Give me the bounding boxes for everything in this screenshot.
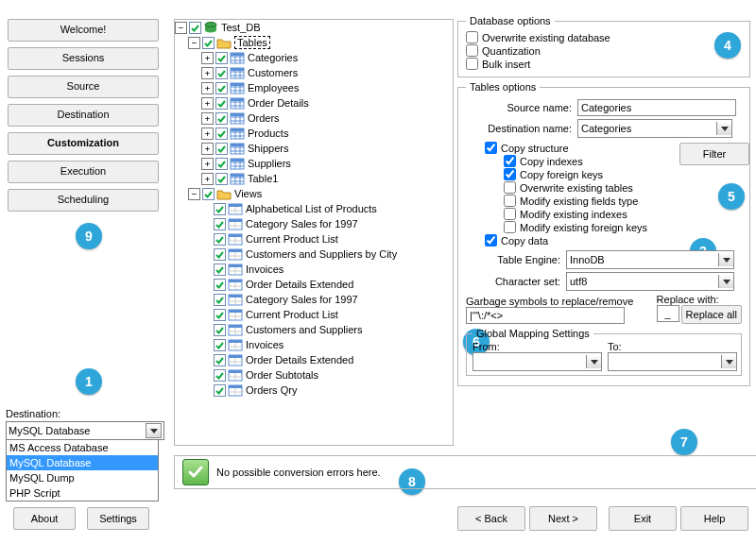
expand-icon[interactable]: + xyxy=(201,97,214,110)
checkbox-icon[interactable] xyxy=(215,173,228,185)
tree-item[interactable]: Customers and Suppliers xyxy=(175,322,453,337)
tree-item[interactable]: +Products xyxy=(175,126,453,141)
checkbox-icon[interactable] xyxy=(214,309,226,321)
nav-execution[interactable]: Execution xyxy=(8,161,159,183)
tree-item[interactable]: Alphabetical List of Products xyxy=(175,201,453,216)
settings-button[interactable]: Settings xyxy=(87,507,149,530)
checkbox-icon[interactable] xyxy=(215,158,228,170)
tree-item[interactable]: Invoices xyxy=(175,337,453,352)
tree-item[interactable]: +Customers xyxy=(175,65,453,80)
copy-fk-checkbox[interactable]: Copy foreign keys xyxy=(504,168,679,180)
destination-select[interactable]: MySQL Database xyxy=(6,421,164,440)
checkbox-icon[interactable] xyxy=(215,112,228,125)
checkbox-icon[interactable] xyxy=(215,143,228,155)
checkbox-icon[interactable] xyxy=(214,324,226,336)
checkbox-icon[interactable] xyxy=(215,67,228,79)
overwrite-db-checkbox[interactable]: Overwrite existing database xyxy=(466,31,742,43)
expand-icon[interactable]: + xyxy=(201,143,214,155)
destination-option[interactable]: PHP Script xyxy=(7,485,158,501)
checkbox-icon[interactable] xyxy=(214,294,226,306)
filter-button[interactable]: Filter xyxy=(679,143,749,165)
mapping-to-combo[interactable] xyxy=(608,352,737,371)
tree-item[interactable]: +Orders xyxy=(175,110,453,126)
checkbox-icon[interactable] xyxy=(214,354,226,366)
tree-item[interactable]: +Categories xyxy=(175,50,453,65)
checkbox-icon[interactable] xyxy=(214,233,226,246)
quantization-checkbox[interactable]: Quantization xyxy=(466,44,742,57)
checkbox-icon[interactable] xyxy=(214,264,226,276)
nav-destination[interactable]: Destination xyxy=(8,104,159,127)
source-name-input[interactable] xyxy=(577,99,736,116)
tree-item[interactable]: +Order Details xyxy=(175,95,453,110)
checkbox-icon[interactable] xyxy=(214,203,226,215)
tree-item[interactable]: Category Sales for 1997 xyxy=(175,292,453,307)
expand-icon[interactable]: + xyxy=(201,112,214,125)
nav-customization[interactable]: Customization xyxy=(8,132,159,155)
tree-item[interactable]: Current Product List xyxy=(175,231,453,246)
tree-item[interactable]: +Table1 xyxy=(175,171,453,186)
checkbox-icon[interactable] xyxy=(214,369,226,382)
garbage-symbols-input[interactable] xyxy=(466,307,625,324)
checkbox-icon[interactable] xyxy=(215,128,228,140)
checkbox-icon[interactable] xyxy=(214,218,226,230)
destination-option[interactable]: MS Access Database xyxy=(7,440,158,455)
destination-name-combo[interactable]: Categories xyxy=(577,119,732,138)
expand-icon[interactable]: + xyxy=(201,128,214,140)
tree-item[interactable]: Order Details Extended xyxy=(175,277,453,292)
modify-indexes-checkbox[interactable]: Modify existing indexes xyxy=(504,208,679,220)
bulk-insert-checkbox[interactable]: Bulk insert xyxy=(466,58,742,70)
expand-icon[interactable]: + xyxy=(201,158,214,170)
nav-source[interactable]: Source xyxy=(8,76,159,98)
overwrite-tables-checkbox[interactable]: Overwrite existing tables xyxy=(504,181,679,194)
nav-welcome[interactable]: Welcome! xyxy=(8,19,159,42)
checkbox-icon[interactable] xyxy=(215,52,228,64)
modify-fk-checkbox[interactable]: Modify existing foreign keys xyxy=(504,221,679,233)
object-tree[interactable]: − Test_DB − Tables +Categories+Customers… xyxy=(174,19,454,446)
nav-sessions[interactable]: Sessions xyxy=(8,47,159,70)
tree-item[interactable]: Order Details Extended xyxy=(175,352,453,367)
tree-item[interactable]: Orders Qry xyxy=(175,382,453,398)
checkbox-icon[interactable] xyxy=(214,279,226,291)
checkbox-icon[interactable] xyxy=(202,37,215,49)
tree-item[interactable]: +Suppliers xyxy=(175,156,453,171)
modify-fields-checkbox[interactable]: Modify existing fields type xyxy=(504,195,679,207)
about-button[interactable]: About xyxy=(13,507,76,530)
checkbox-icon[interactable] xyxy=(189,22,201,34)
replace-with-input[interactable] xyxy=(657,305,679,322)
next-button[interactable]: Next > xyxy=(529,506,597,531)
copy-structure-checkbox[interactable]: Copy structure xyxy=(485,142,679,154)
checkbox-icon[interactable] xyxy=(214,248,226,261)
copy-indexes-checkbox[interactable]: Copy indexes xyxy=(504,155,679,167)
tree-item[interactable]: Invoices xyxy=(175,262,453,277)
tree-item[interactable]: +Shippers xyxy=(175,141,453,156)
table-engine-combo[interactable]: InnoDB xyxy=(566,250,734,269)
checkbox-icon[interactable] xyxy=(214,384,226,397)
tree-item[interactable]: Order Subtotals xyxy=(175,367,453,382)
tree-item[interactable]: Customers and Suppliers by City xyxy=(175,246,453,262)
back-button[interactable]: < Back xyxy=(457,506,525,531)
tree-views-folder[interactable]: − Views xyxy=(175,186,453,201)
replace-all-button[interactable]: Replace all xyxy=(681,305,742,324)
nav-scheduling[interactable]: Scheduling xyxy=(8,189,159,212)
help-button[interactable]: Help xyxy=(680,506,748,531)
tree-item[interactable]: Current Product List xyxy=(175,307,453,322)
destination-option[interactable]: MySQL Dump xyxy=(7,470,158,485)
checkbox-icon[interactable] xyxy=(214,339,226,351)
checkbox-icon[interactable] xyxy=(215,82,228,94)
mapping-from-combo[interactable] xyxy=(472,352,602,371)
collapse-icon[interactable]: − xyxy=(188,37,200,49)
tree-item[interactable]: Category Sales for 1997 xyxy=(175,216,453,231)
tree-root[interactable]: − Test_DB xyxy=(175,20,453,35)
expand-icon[interactable]: + xyxy=(201,173,214,185)
checkbox-icon[interactable] xyxy=(215,97,228,110)
tree-tables-folder[interactable]: − Tables xyxy=(175,35,453,50)
tree-item[interactable]: +Employees xyxy=(175,80,453,95)
collapse-icon[interactable]: − xyxy=(175,22,187,34)
copy-data-checkbox[interactable]: Copy data xyxy=(485,234,679,246)
expand-icon[interactable]: + xyxy=(201,67,214,79)
exit-button[interactable]: Exit xyxy=(609,506,677,531)
destination-option[interactable]: MySQL Database xyxy=(7,455,158,470)
expand-icon[interactable]: + xyxy=(201,82,214,94)
collapse-icon[interactable]: − xyxy=(188,188,200,200)
checkbox-icon[interactable] xyxy=(202,188,215,200)
